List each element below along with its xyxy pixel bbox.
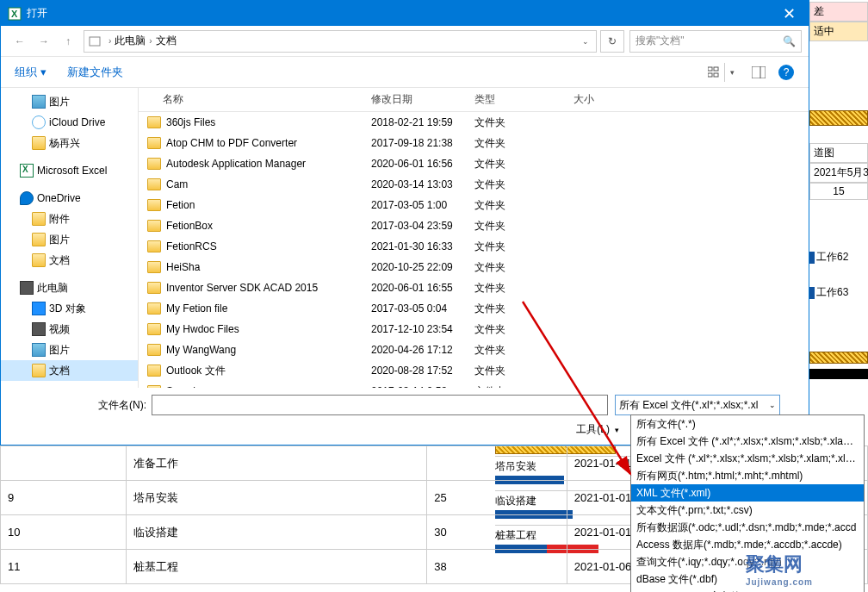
file-row[interactable]: Cam2020-03-14 13:03文件夹: [139, 174, 809, 195]
filter-option[interactable]: 所有 Excel 文件 (*.xl*;*.xlsx;*.xlsm;*.xlsb;…: [631, 433, 864, 450]
folder-icon: [147, 282, 161, 294]
filter-option[interactable]: 所有文件(*.*): [631, 415, 864, 433]
file-name: FetionRCS: [166, 240, 217, 252]
filter-option[interactable]: Excel 文件 (*.xl*;*.xlsx;*.xlsm;*.xlsb;*.x…: [631, 450, 864, 467]
new-folder-button[interactable]: 新建文件夹: [67, 65, 123, 80]
tools-button[interactable]: 工具(L): [576, 422, 610, 437]
tree-item[interactable]: 此电脑: [1, 277, 138, 298]
file-row[interactable]: Autodesk Application Manager2020-06-01 1…: [139, 153, 809, 174]
tree-item[interactable]: OneDrive: [1, 188, 138, 209]
filter-option[interactable]: Access 数据库(*.mdb;*.mde;*.accdb;*.accde): [631, 536, 864, 553]
help-button[interactable]: ?: [778, 64, 795, 81]
wf62-label: 工作62: [816, 250, 848, 265]
file-row[interactable]: My Fetion file2017-03-05 0:04文件夹: [139, 298, 809, 319]
tree-item-label: 3D 对象: [49, 302, 86, 316]
file-row[interactable]: HeiSha2020-10-25 22:09文件夹: [139, 257, 809, 277]
svg-rect-6: [714, 73, 718, 77]
tree-item[interactable]: 文档: [1, 360, 138, 381]
file-row[interactable]: My Hwdoc Files2017-12-10 23:54文件夹: [139, 319, 809, 340]
file-row[interactable]: Inventor Server SDK ACAD 20152020-06-01 …: [139, 277, 809, 298]
col-type[interactable]: 类型: [466, 92, 565, 107]
folder-icon: [32, 136, 46, 150]
column-headers[interactable]: 名称 修改日期 类型 大小: [139, 88, 809, 112]
hatch-bar: [809, 352, 868, 364]
filter-option[interactable]: 所有数据源(*.odc;*.udl;*.dsn;*.mdb;*.mde;*.ac…: [631, 519, 864, 536]
file-row[interactable]: Fetion2017-03-05 1:00文件夹: [139, 195, 809, 215]
organize-button[interactable]: 组织 ▾: [15, 65, 46, 80]
chart-title-cell: 道图: [809, 143, 868, 163]
refresh-button[interactable]: ↻: [600, 30, 624, 53]
file-row[interactable]: Samples2017-03-14 2:53文件夹: [139, 381, 809, 388]
excel-icon: X: [8, 7, 22, 21]
tree-item[interactable]: 视频: [1, 319, 138, 340]
file-row[interactable]: FetionRCS2021-01-30 16:33文件夹: [139, 236, 809, 257]
filter-option[interactable]: XML 文件(*.xml): [631, 484, 864, 502]
col-date[interactable]: 修改日期: [363, 92, 466, 107]
cell-diff: 差: [809, 2, 868, 22]
tree-item[interactable]: 3D 对象: [1, 298, 138, 319]
file-type-dropdown[interactable]: 所有 Excel 文件(*.xl*;*.xlsx;*.xl所有文件(*.*)所有…: [630, 414, 865, 592]
filter-option[interactable]: 文本文件(*.prn;*.txt;*.csv): [631, 502, 864, 519]
folder-icon: [147, 240, 161, 252]
tree-item[interactable]: 图片: [1, 91, 138, 112]
chevron-icon: ›: [149, 36, 152, 46]
tree-item-label: 图片: [49, 233, 70, 247]
close-button[interactable]: ✕: [770, 1, 809, 26]
file-row[interactable]: Atop CHM to PDF Converter2017-09-18 21:3…: [139, 133, 809, 153]
chevron-down-icon[interactable]: ▾: [724, 63, 740, 82]
breadcrumb[interactable]: › 此电脑 › 文档 ⌄: [84, 30, 597, 53]
file-row[interactable]: My WangWang2020-04-26 17:12文件夹: [139, 340, 809, 360]
onedrive-icon: [20, 191, 34, 205]
tree-item[interactable]: 图片: [1, 229, 138, 250]
navbar: ← → ↑ › 此电脑 › 文档 ⌄ ↻ 搜索"文档" 🔍: [1, 26, 809, 57]
black-bar: [809, 369, 868, 379]
filter-option[interactable]: dBase 文件(*.dbf): [631, 570, 864, 588]
folder-tree[interactable]: 图片iCloud Drive杨再兴Microsoft ExcelOneDrive…: [1, 88, 139, 388]
tree-item[interactable]: iCloud Drive: [1, 112, 138, 133]
picture-icon: [32, 343, 46, 357]
filter-option[interactable]: 查询文件(*.iqy;*.dqy;*.oqy;*.rqy): [631, 553, 864, 570]
file-type: 文件夹: [466, 136, 565, 151]
svg-rect-4: [714, 67, 718, 71]
breadcrumb-folder[interactable]: 文档: [156, 34, 177, 48]
cell-fit: 适中: [809, 22, 868, 41]
file-date: 2017-12-10 23:54: [363, 323, 466, 335]
file-list[interactable]: 名称 修改日期 类型 大小 360js Files2018-02-21 19:5…: [139, 88, 809, 388]
titlebar: X 打开 ✕: [1, 1, 809, 26]
file-row[interactable]: FetionBox2017-03-04 23:59文件夹: [139, 215, 809, 236]
folder-icon: [32, 233, 46, 246]
filename-input[interactable]: [152, 395, 608, 415]
file-name: Autodesk Application Manager: [166, 158, 306, 170]
filter-option[interactable]: Microsoft Excel 宏文件(*.xlm;*.xla): [631, 588, 864, 592]
view-options-button[interactable]: [707, 64, 724, 81]
tree-item[interactable]: 文档: [1, 250, 138, 271]
file-row[interactable]: Outlook 文件2020-08-28 17:52文件夹: [139, 360, 809, 381]
file-row[interactable]: 360js Files2018-02-21 19:59文件夹: [139, 112, 809, 133]
col-name[interactable]: 名称: [139, 92, 363, 107]
folder-icon: [147, 137, 161, 149]
tree-item-label: 图片: [49, 95, 70, 109]
chevron-down-icon[interactable]: ⌄: [582, 37, 589, 46]
chevron-down-icon: ⌄: [769, 401, 776, 409]
tree-item[interactable]: 图片: [1, 340, 138, 360]
col-size[interactable]: 大小: [565, 92, 634, 107]
search-input[interactable]: 搜索"文档" 🔍: [629, 30, 802, 53]
tree-item[interactable]: 杨再兴: [1, 133, 138, 153]
up-button[interactable]: ↑: [58, 31, 78, 52]
forward-button[interactable]: →: [34, 31, 54, 52]
svg-text:X: X: [11, 9, 18, 19]
breadcrumb-root[interactable]: 此电脑: [115, 34, 146, 48]
file-name: Outlook 文件: [166, 364, 226, 378]
file-type-combo[interactable]: 所有 Excel 文件(*.xl*;*.xlsx;*.xl ⌄: [615, 395, 780, 415]
file-name: My Hwdoc Files: [166, 323, 239, 335]
tree-item[interactable]: Microsoft Excel: [1, 160, 138, 181]
chevron-icon: ›: [108, 36, 111, 46]
back-button[interactable]: ←: [9, 31, 30, 52]
file-type: 文件夹: [466, 178, 565, 192]
pc-icon: [20, 281, 34, 295]
filter-option[interactable]: 所有网页(*.htm;*.html;*.mht;*.mhtml): [631, 467, 864, 484]
folder-icon: [147, 158, 161, 170]
file-name: FetionBox: [166, 220, 213, 232]
tree-item[interactable]: 附件: [1, 209, 138, 229]
preview-pane-button[interactable]: [750, 64, 767, 81]
